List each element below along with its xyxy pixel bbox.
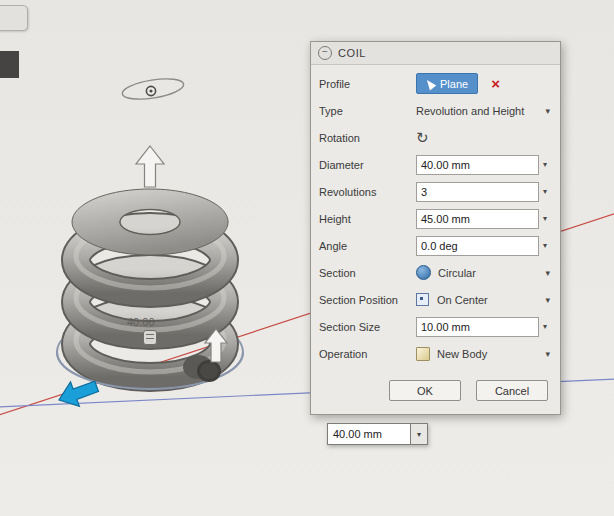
height-arrow-icon[interactable]: [136, 146, 164, 187]
left-panel-fragment: [0, 51, 19, 78]
chevron-down-icon: ▾: [545, 268, 552, 278]
angle-label: Angle: [319, 240, 416, 252]
new-body-icon: [416, 347, 430, 361]
angle-input[interactable]: 0.0 deg: [416, 236, 539, 256]
diameter-input[interactable]: 40.00 mm: [416, 155, 539, 175]
dialog-buttons: OK Cancel: [311, 367, 560, 414]
chevron-down-icon: ▾: [545, 349, 552, 359]
revolutions-spinner-icon[interactable]: ▾: [543, 187, 547, 196]
type-dropdown[interactable]: Revolution and Height ▾: [416, 105, 552, 117]
inline-dimension-input[interactable]: 40.00 mm: [327, 423, 411, 445]
type-label: Type: [319, 105, 416, 117]
diameter-row: Diameter 40.00 mm ▾: [319, 151, 552, 178]
chevron-down-icon: ▾: [545, 295, 552, 305]
dialog-titlebar[interactable]: − COIL: [311, 42, 560, 65]
section-size-input[interactable]: 10.00 mm: [416, 317, 539, 337]
operation-label: Operation: [319, 348, 416, 360]
section-value: Circular: [438, 267, 476, 279]
profile-sketch[interactable]: [121, 75, 185, 102]
profile-button-label: Plane: [440, 78, 468, 90]
remove-selection-icon[interactable]: ×: [491, 76, 500, 91]
revolutions-label: Revolutions: [319, 186, 416, 198]
dimension-label[interactable]: 40.00: [127, 316, 155, 328]
rotation-label: Rotation: [319, 132, 416, 144]
type-value: Revolution and Height: [416, 105, 524, 117]
cancel-button[interactable]: Cancel: [476, 380, 548, 401]
revolutions-row: Revolutions 3 ▾: [319, 178, 552, 205]
inline-dimension-dropdown[interactable]: ▾: [411, 423, 428, 445]
section-position-dropdown[interactable]: On Center ▾: [416, 293, 552, 306]
diameter-label: Diameter: [319, 159, 416, 171]
section-size-label: Section Size: [319, 321, 416, 333]
collapse-icon[interactable]: −: [318, 46, 332, 60]
profile-row: Profile Plane ×: [319, 70, 552, 97]
angle-row: Angle 0.0 deg ▾: [319, 232, 552, 259]
circular-section-icon: [416, 265, 431, 280]
cursor-icon: [424, 77, 436, 90]
rotation-row: Rotation ↻: [319, 124, 552, 151]
on-center-icon: [416, 293, 429, 306]
height-spinner-icon[interactable]: ▾: [543, 214, 547, 223]
section-position-value: On Center: [437, 294, 488, 306]
section-dropdown[interactable]: Circular ▾: [416, 265, 552, 280]
profile-label: Profile: [319, 78, 416, 90]
section-position-label: Section Position: [319, 294, 416, 306]
section-size-spinner-icon[interactable]: ▾: [543, 322, 547, 331]
dialog-title: COIL: [338, 47, 366, 59]
coil-dialog: − COIL Profile Plane × Type Revolution a…: [310, 41, 561, 415]
profile-select-button[interactable]: Plane: [416, 73, 478, 94]
operation-row: Operation New Body ▾: [319, 340, 552, 367]
dimension-grip-icon[interactable]: [143, 330, 157, 345]
height-input[interactable]: 45.00 mm: [416, 209, 539, 229]
diameter-spinner-icon[interactable]: ▾: [543, 160, 547, 169]
operation-dropdown[interactable]: New Body ▾: [416, 347, 552, 361]
revolutions-input[interactable]: 3: [416, 182, 539, 202]
chevron-down-icon: ▾: [545, 106, 552, 116]
coil-body[interactable]: [72, 189, 228, 377]
operation-value: New Body: [437, 348, 487, 360]
height-row: Height 45.00 mm ▾: [319, 205, 552, 232]
rotation-direction-icon[interactable]: ↻: [416, 129, 429, 147]
ok-button[interactable]: OK: [389, 380, 461, 401]
section-position-row: Section Position On Center ▾: [319, 286, 552, 313]
section-size-row: Section Size 10.00 mm ▾: [319, 313, 552, 340]
type-row: Type Revolution and Height ▾: [319, 97, 552, 124]
browser-collapse-tab[interactable]: [0, 5, 28, 31]
angle-spinner-icon[interactable]: ▾: [543, 241, 547, 250]
section-label: Section: [319, 267, 416, 279]
section-row: Section Circular ▾: [319, 259, 552, 286]
inline-dimension-editor: 40.00 mm ▾: [327, 423, 428, 445]
height-label: Height: [319, 213, 416, 225]
